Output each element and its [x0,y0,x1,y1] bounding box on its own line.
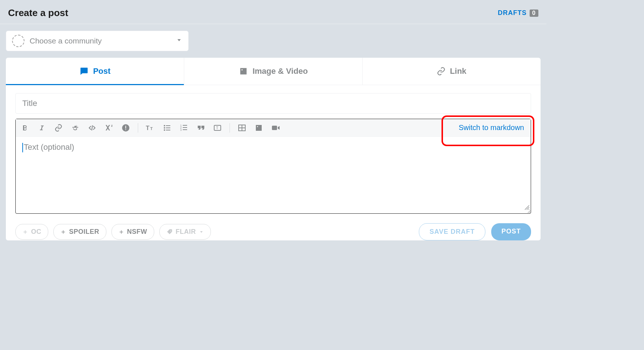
tab-link-label: Link [450,66,466,76]
body-placeholder-text: Text (optional) [24,142,74,152]
plus-icon [60,229,66,235]
svg-line-25 [529,209,529,210]
editor-box: TT 123 T Switch to markdown Text (option… [15,119,531,214]
drafts-count-badge: 0 [530,9,538,17]
heading-button[interactable]: TT [145,122,156,133]
table-button[interactable] [236,122,247,133]
post-button[interactable]: POST [491,223,531,240]
nsfw-tag-button[interactable]: NSFW [111,224,154,240]
svg-rect-9 [166,128,170,128]
toolbar-separator [138,123,138,133]
svg-point-5 [164,125,165,126]
svg-text:T: T [146,125,149,131]
toolbar-separator [230,123,230,133]
tag-icon [166,229,173,235]
flair-tag-button[interactable]: FLAIR [159,224,211,240]
svg-rect-8 [166,125,170,126]
oc-label: OC [31,228,41,236]
drafts-button[interactable]: DRAFTS 0 [498,9,538,17]
svg-point-7 [164,129,165,131]
video-button[interactable] [270,122,281,133]
svg-rect-14 [183,125,187,126]
quote-button[interactable] [195,122,206,133]
bold-button[interactable] [19,122,30,133]
resize-handle-icon[interactable] [524,203,530,213]
post-card: Post Image & Video Link [6,58,541,240]
superscript-button[interactable] [103,122,114,133]
strikethrough-button[interactable] [70,122,81,133]
plus-icon [22,229,28,235]
inline-code-button[interactable] [87,122,98,133]
svg-rect-2 [125,129,126,130]
action-buttons-group: SAVE DRAFT POST [419,223,531,240]
community-picker[interactable]: Choose a community [6,31,189,51]
image-icon [239,66,248,76]
drafts-label: DRAFTS [498,9,527,17]
flair-label: FLAIR [176,228,196,236]
tab-image-video-label: Image & Video [253,66,308,76]
tag-buttons-group: OC SPOILER NSFW FLAIR [15,224,211,240]
tab-link[interactable]: Link [363,58,541,85]
image-button[interactable] [253,122,264,133]
numbered-list-button[interactable]: 123 [178,122,189,133]
nsfw-label: NSFW [127,228,147,236]
oc-tag-button[interactable]: OC [15,224,48,240]
chevron-down-icon [176,37,182,45]
plus-icon [118,229,124,235]
chevron-down-icon [199,229,204,235]
spoiler-button[interactable] [120,122,131,133]
body-textarea[interactable]: Text (optional) [16,137,531,213]
svg-text:T: T [216,126,218,130]
bullet-list-button[interactable] [162,122,173,133]
editor-toolbar: TT 123 T Switch to markdown [16,119,531,137]
title-input[interactable] [15,93,531,114]
svg-text:T: T [150,126,153,131]
community-placeholder-text: Choose a community [30,37,102,45]
spoiler-tag-button[interactable]: SPOILER [53,224,106,240]
text-cursor [22,143,23,152]
link-icon [437,67,446,76]
link-button[interactable] [53,122,64,133]
tab-post[interactable]: Post [6,58,184,85]
svg-rect-22 [272,126,277,130]
code-block-button[interactable]: T [212,122,223,133]
svg-rect-1 [125,126,126,129]
post-type-tabs: Post Image & Video Link [6,58,541,85]
switch-to-markdown-button[interactable]: Switch to markdown [456,122,527,133]
svg-rect-16 [183,129,187,130]
svg-point-6 [164,127,165,129]
spoiler-label: SPOILER [69,228,99,236]
italic-button[interactable] [36,122,47,133]
svg-text:3: 3 [180,129,182,131]
tab-image-video[interactable]: Image & Video [184,58,363,85]
svg-rect-15 [183,127,187,128]
community-placeholder-icon [12,35,24,47]
page-title: Create a post [8,7,68,19]
svg-rect-10 [166,130,170,130]
save-draft-button[interactable]: SAVE DRAFT [419,223,485,240]
post-icon [79,66,89,76]
tab-post-label: Post [93,66,111,76]
